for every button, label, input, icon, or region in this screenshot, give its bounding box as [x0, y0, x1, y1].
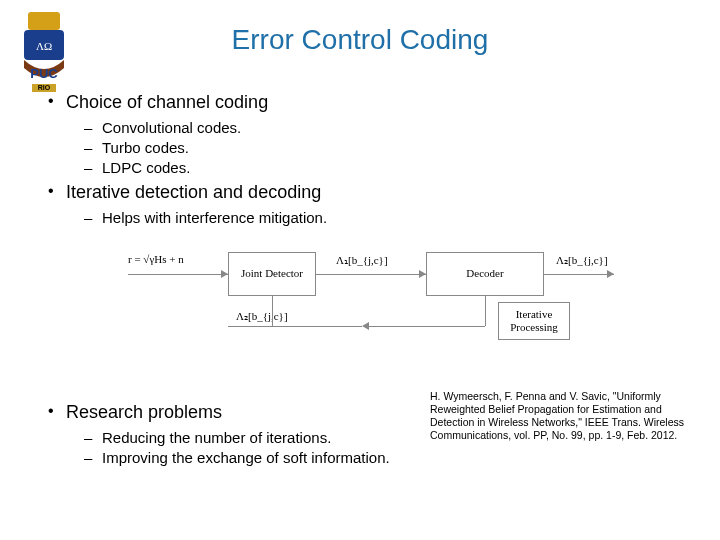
bullet-text: Iterative detection and decoding — [66, 182, 321, 202]
slide-content: Choice of channel coding Convolutional c… — [0, 92, 720, 472]
lambda1-label: Λ₁[b_{j,c}] — [336, 254, 388, 267]
block-diagram: r = √γHs + n Joint Detector Λ₁[b_{j,c}] … — [158, 240, 628, 350]
bullet-text: Research problems — [66, 402, 222, 422]
decoder-box: Decoder — [426, 252, 544, 296]
sub-bullet: Turbo codes. — [84, 139, 690, 156]
svg-text:ΛΩ: ΛΩ — [36, 40, 52, 52]
citation-text: H. Wymeersch, F. Penna and V. Savic, "Un… — [430, 384, 690, 443]
bullet-text: Choice of channel coding — [66, 92, 268, 112]
sub-bullet: Convolutional codes. — [84, 119, 690, 136]
slide-title: Error Control Coding — [0, 0, 720, 74]
diagram-input-label: r = √γHs + n — [128, 253, 184, 265]
lambda2-top-label: Λ₂[b_{j,c}] — [556, 254, 608, 267]
sub-bullet: Improving the exchange of soft informati… — [84, 449, 410, 466]
bullet-choice: Choice of channel coding Convolutional c… — [48, 92, 690, 176]
puc-rio-logo: ΛΩ PUC RIO — [10, 8, 78, 96]
sub-bullet: Reducing the number of iterations. — [84, 429, 410, 446]
sub-bullet: Helps with interference mitigation. — [84, 209, 690, 226]
lambda2-bottom-label: Λ₂[b_{j,c}] — [236, 310, 288, 323]
sub-bullet: LDPC codes. — [84, 159, 690, 176]
svg-rect-0 — [28, 12, 60, 30]
iterative-processing-box: Iterative Processing — [498, 302, 570, 340]
svg-text:PUC: PUC — [30, 66, 58, 81]
bullet-research: Research problems Reducing the number of… — [48, 402, 410, 466]
joint-detector-box: Joint Detector — [228, 252, 316, 296]
svg-text:RIO: RIO — [38, 84, 51, 91]
bullet-iterative: Iterative detection and decoding Helps w… — [48, 182, 690, 226]
